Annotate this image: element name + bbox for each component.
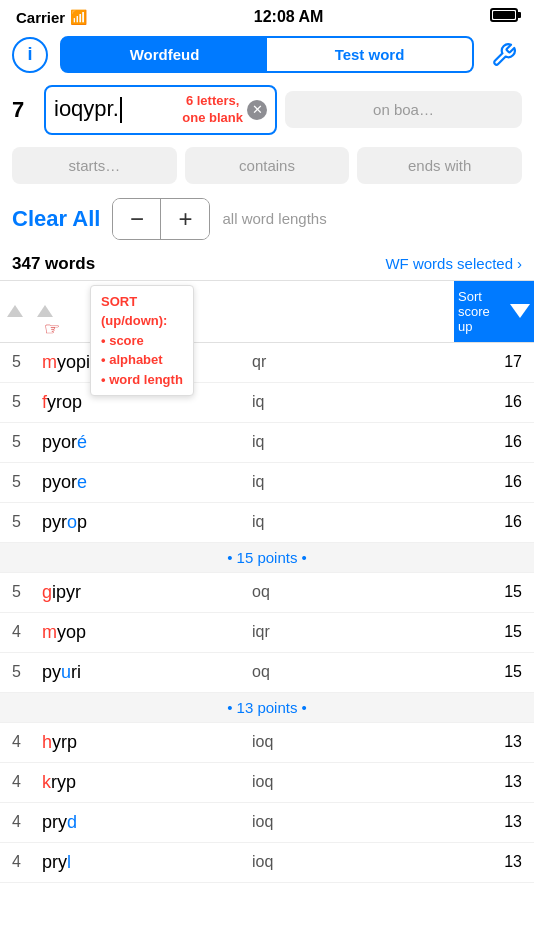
section-label-13: • 13 points • [227,699,307,716]
word-tile-count: 5 [12,393,42,411]
info-label: i [27,44,32,65]
word-tiles: ioq [252,773,462,791]
word-score: 13 [462,813,522,831]
word-letter-highlight: f [42,392,47,412]
carrier-text: Carrier [16,9,65,26]
word-tile-count: 5 [12,513,42,531]
word-value: fyrop [42,392,252,413]
word-letter-highlight: g [42,582,52,602]
ends-with-filter[interactable]: ends with [357,147,522,184]
clear-all-button[interactable]: Clear All [12,206,100,232]
word-tiles: ioq [252,733,462,751]
word-count: 347 words [12,254,95,274]
word-value: pryd [42,812,252,833]
word-tile-count: 4 [12,623,42,641]
table-row: 4 hyrp ioq 13 [0,723,534,763]
counter-buttons: − + [112,198,210,240]
word-tile-count: 5 [12,353,42,371]
tab-test-word[interactable]: Test word [267,38,472,71]
sort-score-label: Sort score up [458,289,504,334]
word-value: pyoré [42,432,252,453]
word-value: pyuri [42,662,252,683]
word-score: 15 [462,623,522,641]
wf-words-selected[interactable]: WF words selected › [385,255,522,272]
word-tile-count: 5 [12,663,42,681]
sort-col-2[interactable]: ☞ [30,281,60,342]
sort-header-row: ☞ Sort score up SORT(up/down):• score• a… [0,281,534,343]
word-letter-highlight: u [61,662,71,682]
letter-hint: 6 letters,one blank [182,93,243,127]
battery-icon [490,8,518,26]
word-tiles: oq [252,583,462,601]
wf-selected-label: WF words selected [385,255,513,272]
tab-wordfeud[interactable]: Wordfeud [62,38,267,71]
word-letter-highlight: o [67,512,77,532]
word-tile-count: 5 [12,583,42,601]
word-letter-highlight: m [42,352,57,372]
increment-button[interactable]: + [161,199,209,239]
tile-number: 7 [12,97,36,123]
word-tile-count: 4 [12,813,42,831]
search-input-container[interactable]: ioqypr. 6 letters,one blank ✕ [44,85,277,135]
sort-col-score[interactable]: Sort score up [454,281,534,342]
table-row: 4 pryd ioq 13 [0,803,534,843]
word-letter-highlight: e [77,472,87,492]
word-score: 16 [462,513,522,531]
table-row: 4 pryl ioq 13 [0,843,534,883]
sort-down-icon[interactable] [510,304,530,318]
word-tile-count: 5 [12,473,42,491]
word-score: 13 [462,773,522,791]
word-tiles: qr [252,353,462,371]
word-lengths-label: all word lengths [222,210,326,227]
info-button[interactable]: i [12,37,48,73]
sort-col-1[interactable] [0,281,30,342]
tab-container: Wordfeud Test word [60,36,474,73]
word-letter-highlight: m [42,622,57,642]
wifi-icon: 📶 [70,9,87,25]
word-letter-highlight: h [42,732,52,752]
word-score: 13 [462,853,522,871]
section-header-13: • 13 points • [0,693,534,723]
table-row: 4 myop iqr 15 [0,613,534,653]
on-board-input[interactable]: on boa… [285,91,522,128]
table-row: 5 pyuri oq 15 [0,653,534,693]
section-label-15: • 15 points • [227,549,307,566]
word-value: gipyr [42,582,252,603]
hand-pointer-icon: ☞ [44,318,60,340]
sort-col-tiles[interactable] [257,281,454,342]
filter-row: starts… contains ends with [0,141,534,190]
clear-input-button[interactable]: ✕ [247,100,267,120]
header-nav: i Wordfeud Test word [0,30,534,79]
results-header: 347 words WF words selected › [0,248,534,281]
table-row: 5 pyore iq 16 [0,463,534,503]
status-bar: Carrier 📶 12:08 AM [0,0,534,30]
word-value: kryp [42,772,252,793]
chevron-right-icon: › [517,255,522,272]
word-tile-count: 4 [12,853,42,871]
word-tiles: oq [252,663,462,681]
sort-col-word[interactable] [60,281,257,342]
starts-with-filter[interactable]: starts… [12,147,177,184]
table-row: 5 pyrop iq 16 [0,503,534,543]
sort-up-icon-1[interactable] [7,305,23,317]
sort-up-icon-2[interactable] [37,305,53,317]
word-score: 16 [462,473,522,491]
search-value: ioqypr. [54,96,119,121]
decrement-button[interactable]: − [113,199,161,239]
word-tiles: ioq [252,813,462,831]
table-row: 4 kryp ioq 13 [0,763,534,803]
word-score: 17 [462,353,522,371]
word-tiles: iq [252,473,462,491]
word-tile-count: 4 [12,733,42,751]
carrier-label: Carrier 📶 [16,9,87,26]
section-header-15: • 15 points • [0,543,534,573]
wrench-button[interactable] [486,37,522,73]
search-row: 7 ioqypr. 6 letters,one blank ✕ on boa… [0,79,534,141]
word-value: hyrp [42,732,252,753]
word-value: pryl [42,852,252,873]
word-value: pyrop [42,512,252,533]
cursor [120,97,122,123]
time-display: 12:08 AM [254,8,324,26]
table-row: 5 pyoré iq 16 [0,423,534,463]
contains-filter[interactable]: contains [185,147,350,184]
